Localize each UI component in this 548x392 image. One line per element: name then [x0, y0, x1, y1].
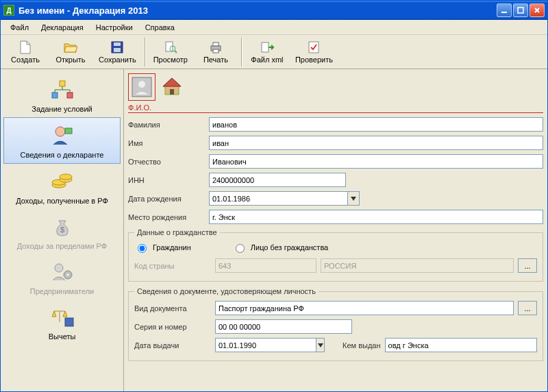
label-inn: ИНН — [128, 176, 205, 184]
menu-help[interactable]: Справка — [140, 22, 180, 33]
subtab-icons — [128, 72, 543, 102]
chevron-down-icon[interactable] — [316, 338, 325, 352]
minimize-button[interactable] — [497, 3, 512, 17]
svg-point-20 — [60, 174, 72, 180]
check-button[interactable]: Проверить — [290, 37, 338, 67]
svg-rect-14 — [67, 93, 73, 98]
doc-type-input[interactable] — [215, 301, 514, 315]
ellipsis-icon: ... — [524, 304, 530, 313]
scales-calculator-icon — [50, 305, 75, 330]
titlebar: Д Без имени - Декларация 2013 — [1, 1, 547, 20]
birthdate-picker[interactable] — [209, 191, 360, 206]
subtab-house[interactable] — [158, 73, 186, 101]
iddoc-legend: Сведения о документе, удостоверяющем лич… — [134, 287, 319, 295]
sidebar-item-label: Предприниматели — [30, 287, 94, 295]
export-file-icon — [260, 40, 274, 54]
inn-input[interactable] — [209, 173, 346, 187]
check-page-icon — [307, 40, 321, 54]
label-issued-by: Кем выдан — [342, 341, 381, 350]
surname-input[interactable] — [209, 117, 543, 132]
svg-rect-9 — [213, 49, 219, 53]
citizenship-group: Данные о гражданстве Гражданин Лицо без … — [128, 228, 543, 282]
open-button[interactable]: Открыть — [49, 37, 92, 67]
radio-citizen[interactable]: Гражданин — [134, 242, 191, 253]
radio-citizen-input[interactable] — [138, 244, 147, 253]
sidebar-item-conditions[interactable]: Задание условий — [3, 72, 121, 117]
filexml-label: Файл xml — [251, 56, 283, 64]
svg-rect-3 — [114, 42, 121, 46]
country-name-input — [321, 258, 514, 273]
create-button[interactable]: Создать — [3, 37, 47, 67]
menu-declaration[interactable]: Декларация — [36, 22, 89, 33]
floppy-disk-icon — [110, 40, 124, 54]
radio-stateless[interactable]: Лицо без гражданства — [232, 242, 328, 253]
menubar: Файл Декларация Настройки Справка — [1, 20, 547, 35]
series-number-input[interactable] — [215, 319, 352, 334]
svg-rect-5 — [166, 42, 173, 51]
new-file-icon — [18, 40, 32, 54]
radio-citizen-label: Гражданин — [153, 243, 191, 252]
chevron-down-icon[interactable] — [347, 191, 360, 206]
label-name: Имя — [128, 139, 205, 147]
label-series-number: Серия и номер — [134, 323, 211, 331]
maximize-button[interactable] — [513, 3, 528, 17]
save-button[interactable]: Сохранить — [94, 37, 141, 67]
sidebar-item-label: Сведения о декларанте — [21, 151, 104, 159]
sidebar-item-entrepreneurs[interactable]: Предприниматели — [3, 254, 121, 299]
svg-rect-4 — [114, 48, 121, 52]
sidebar-item-income-rf[interactable]: Доходы, полученные в РФ — [3, 164, 121, 209]
preview-button[interactable]: Просмотр — [149, 37, 192, 67]
radio-stateless-input[interactable] — [236, 244, 245, 253]
window-title: Без имени - Декларация 2013 — [18, 5, 497, 16]
sidebar-item-label: Вычеты — [49, 332, 76, 341]
print-button[interactable]: Печать — [194, 37, 238, 67]
issue-date-input[interactable] — [215, 338, 316, 352]
svg-rect-12 — [60, 81, 65, 86]
svg-rect-13 — [52, 93, 58, 98]
svg-rect-10 — [262, 42, 269, 52]
subtab-person[interactable] — [128, 73, 155, 101]
menu-file[interactable]: Файл — [5, 22, 34, 33]
issued-by-input[interactable] — [385, 338, 537, 352]
main-panel: Ф.И.О. Фамилия Имя Отчество ИНН Дата рож… — [124, 69, 547, 391]
person-gear-icon — [50, 260, 75, 284]
radio-stateless-label: Лицо без гражданства — [251, 243, 328, 252]
birthplace-input[interactable] — [209, 210, 543, 224]
person-card-icon — [50, 123, 75, 148]
close-button[interactable] — [530, 3, 545, 17]
label-birthdate: Дата рождения — [128, 195, 205, 203]
preview-label: Просмотр — [153, 56, 188, 64]
sidebar-item-declarant[interactable]: Сведения о декларанте — [3, 117, 121, 164]
money-bag-icon: $ — [50, 215, 75, 239]
create-label: Создать — [11, 56, 40, 64]
label-birthplace: Место рождения — [128, 213, 205, 221]
browse-country-button[interactable]: ... — [518, 258, 537, 273]
svg-rect-8 — [213, 42, 219, 46]
print-label: Печать — [203, 56, 228, 64]
open-label: Открыть — [55, 56, 85, 64]
sidebar-item-income-abroad[interactable]: $ Доходы за пределами РФ — [3, 209, 121, 254]
svg-point-24 — [66, 273, 69, 276]
sidebar-item-deductions[interactable]: Вычеты — [3, 299, 121, 345]
label-surname: Фамилия — [128, 121, 205, 129]
svg-point-22 — [55, 264, 63, 272]
label-doc-type: Вид документа — [134, 304, 211, 313]
filexml-button[interactable]: Файл xml — [245, 37, 289, 67]
menu-settings[interactable]: Настройки — [90, 22, 138, 33]
issue-date-picker[interactable] — [215, 338, 325, 352]
name-input[interactable] — [209, 136, 543, 150]
sidebar-item-label: Задание условий — [32, 105, 92, 113]
toolbar-separator — [145, 38, 145, 66]
patronymic-input[interactable] — [209, 154, 543, 169]
open-folder-icon — [64, 40, 77, 54]
birthdate-input[interactable] — [209, 191, 347, 206]
citizenship-legend: Данные о гражданстве — [134, 228, 220, 236]
flowchart-icon — [50, 77, 75, 102]
save-label: Сохранить — [99, 56, 136, 64]
svg-point-27 — [138, 81, 145, 88]
browse-doc-type-button[interactable]: ... — [518, 301, 537, 315]
toolbar: Создать Открыть Сохранить Просмотр Печа — [1, 35, 547, 69]
svg-point-15 — [55, 127, 65, 136]
iddoc-group: Сведения о документе, удостоверяющем лич… — [128, 287, 543, 361]
toolbar-separator — [241, 38, 242, 66]
